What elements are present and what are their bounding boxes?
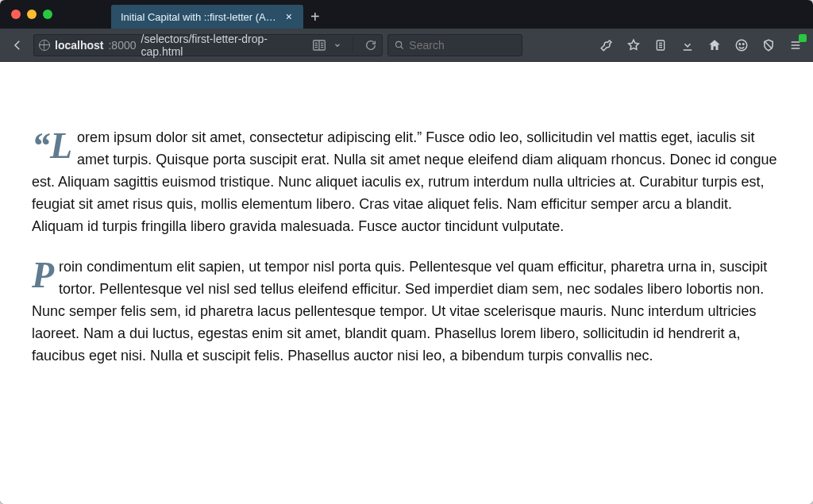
shield-button[interactable] xyxy=(757,34,780,56)
search-icon xyxy=(395,40,404,51)
url-path: /selectors/first-letter-drop-cap.html xyxy=(141,33,308,58)
back-button[interactable] xyxy=(6,34,29,56)
back-icon xyxy=(10,38,25,52)
paragraph-1: “Lorem ipsum dolor sit amet, consectetur… xyxy=(32,127,781,237)
svg-point-4 xyxy=(739,43,741,44)
toolbar: localhost:8000/selectors/first-letter-dr… xyxy=(0,29,813,62)
smile-icon xyxy=(734,38,749,52)
menu-update-badge xyxy=(799,34,807,42)
globe-icon xyxy=(39,40,50,51)
menu-button[interactable] xyxy=(784,34,807,56)
search-bar[interactable] xyxy=(387,34,522,56)
url-bar[interactable]: localhost:8000/selectors/first-letter-dr… xyxy=(33,34,383,56)
star-icon xyxy=(626,38,641,52)
url-port: :8000 xyxy=(108,39,136,52)
bookmark-button[interactable] xyxy=(622,34,645,56)
divider xyxy=(353,37,353,53)
tab-close-button[interactable]: × xyxy=(283,10,295,23)
pocket-button[interactable] xyxy=(730,34,753,56)
window-zoom-button[interactable] xyxy=(43,10,52,19)
shield-icon xyxy=(761,38,776,52)
page-viewport[interactable]: “Lorem ipsum dolor sit amet, consectetur… xyxy=(0,62,813,504)
library-button[interactable] xyxy=(649,34,672,56)
titlebar: Initial Capital with ::first-letter (A… … xyxy=(0,0,813,29)
window-minimize-button[interactable] xyxy=(27,10,37,19)
devtools-button[interactable] xyxy=(595,34,618,56)
svg-point-5 xyxy=(743,43,745,44)
window-close-button[interactable] xyxy=(11,10,21,19)
urlbar-right-icons xyxy=(313,37,377,53)
browser-tab[interactable]: Initial Capital with ::first-letter (A… … xyxy=(111,5,303,29)
paragraph-2: Proin condimentum elit sapien, ut tempor… xyxy=(32,256,781,367)
tab-spacer xyxy=(64,0,111,29)
reader-mode-button[interactable] xyxy=(313,40,326,51)
reader-icon xyxy=(313,40,326,51)
page-content: “Lorem ipsum dolor sit amet, consectetur… xyxy=(0,62,813,418)
svg-point-3 xyxy=(736,40,747,51)
reload-button[interactable] xyxy=(364,39,377,52)
svg-point-1 xyxy=(396,41,402,47)
download-icon xyxy=(680,38,695,52)
chevron-down-icon xyxy=(333,41,341,49)
wrench-icon xyxy=(599,38,614,52)
browser-window: Initial Capital with ::first-letter (A… … xyxy=(0,0,813,504)
home-button[interactable] xyxy=(703,34,726,56)
url-host: localhost xyxy=(55,39,103,52)
tab-title: Initial Capital with ::first-letter (A… xyxy=(121,11,276,23)
home-icon xyxy=(707,38,722,52)
clipboard-icon xyxy=(654,38,667,52)
reload-icon xyxy=(364,39,377,52)
downloads-button[interactable] xyxy=(676,34,699,56)
new-tab-button[interactable]: + xyxy=(303,0,327,29)
traffic-lights xyxy=(0,0,64,29)
search-input[interactable] xyxy=(409,39,515,52)
history-dropdown-button[interactable] xyxy=(333,41,341,49)
